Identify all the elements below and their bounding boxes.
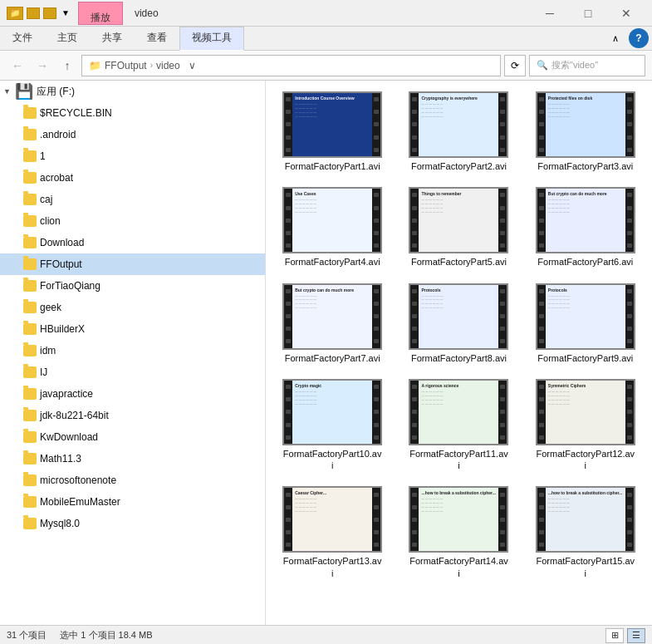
video-thumbnail-0: Introduction Course Overview — — — — — —… bbox=[282, 91, 382, 158]
tab-home[interactable]: 主页 bbox=[45, 27, 90, 50]
sidebar-item-12[interactable]: IJ bbox=[0, 361, 265, 383]
forward-button[interactable]: → bbox=[32, 55, 53, 76]
file-label-12: FormatFactoryPart13.avi bbox=[282, 555, 382, 579]
sidebar-item-0[interactable]: $RECYCLE.BIN bbox=[0, 102, 265, 124]
sidebar-item-2[interactable]: 1 bbox=[0, 145, 265, 167]
titlebar-chevron[interactable]: ▼ bbox=[60, 8, 71, 17]
sidebar-item-6[interactable]: Download bbox=[0, 232, 265, 253]
file-item-14[interactable]: ...how to break a substitution cipher...… bbox=[526, 482, 645, 583]
view-list-button[interactable]: ☰ bbox=[627, 628, 645, 643]
addressbar: ← → ↑ 📁 FFOutput › video ∨ ⟳ 🔍 搜索"video" bbox=[0, 51, 652, 81]
search-box[interactable]: 🔍 搜索"video" bbox=[529, 55, 645, 76]
ribbon-tabs: 文件 主页 共享 查看 视频工具 ∧ ? bbox=[0, 27, 652, 50]
sidebar-item-11[interactable]: idm bbox=[0, 340, 265, 361]
file-label-4: FormatFactoryPart5.avi bbox=[411, 256, 507, 268]
sidebar-item-9[interactable]: geek bbox=[0, 297, 265, 318]
sidebar-item-19[interactable]: Mysql8.0 bbox=[0, 513, 265, 534]
video-thumbnail-12: Caesar Cipher... — — — — — —— — — — — ——… bbox=[282, 486, 382, 553]
sidebar-drive-item[interactable]: ▼ 💾 应用 (F:) bbox=[0, 81, 265, 102]
sidebar-item-label: idm bbox=[40, 345, 56, 356]
tab-video-tools[interactable]: 视频工具 bbox=[179, 27, 244, 51]
film-strip-right bbox=[625, 381, 634, 444]
folder-icon bbox=[23, 410, 37, 421]
content-pane: Introduction Course Overview — — — — — —… bbox=[266, 81, 652, 625]
file-label-2: FormatFactoryPart3.avi bbox=[537, 160, 633, 172]
up-button[interactable]: ↑ bbox=[56, 55, 78, 76]
sidebar-item-3[interactable]: acrobat bbox=[0, 167, 265, 189]
tab-playing[interactable]: 播放 bbox=[78, 2, 123, 25]
file-item-3[interactable]: Use Cases — — — — — —— — — — — —— — — — … bbox=[272, 183, 392, 272]
sidebar-item-17[interactable]: microsoftonenote bbox=[0, 469, 265, 491]
file-item-11[interactable]: Symmetric Ciphers — — — — — —— — — — — —… bbox=[526, 375, 645, 476]
view-grid-button[interactable]: ⊞ bbox=[605, 628, 624, 643]
film-strip-left bbox=[284, 285, 292, 348]
sidebar-item-7[interactable]: FFOutput bbox=[0, 253, 265, 275]
minimize-button[interactable]: ─ bbox=[531, 1, 569, 26]
search-icon: 🔍 bbox=[537, 60, 548, 71]
sidebar-item-13[interactable]: javapractice bbox=[0, 383, 265, 405]
film-strip-left bbox=[410, 488, 419, 551]
film-strip-left bbox=[410, 285, 419, 348]
file-item-8[interactable]: Protocols — — — — — —— — — — — —— — — — … bbox=[526, 279, 645, 368]
video-thumbnail-6: But crypto can do much more — — — — — ——… bbox=[282, 283, 382, 350]
film-strip-right bbox=[372, 93, 380, 156]
folder-icon bbox=[23, 258, 37, 270]
file-item-1[interactable]: Cryptography is everywhere — — — — — —— … bbox=[399, 87, 518, 176]
file-item-4[interactable]: Things to remember — — — — — —— — — — — … bbox=[399, 183, 518, 272]
refresh-button[interactable]: ⟳ bbox=[504, 55, 526, 76]
status-count: 31 个项目 bbox=[7, 629, 47, 642]
titlebar-icons: 📁 ▼ bbox=[7, 7, 71, 20]
sidebar-item-4[interactable]: caj bbox=[0, 189, 265, 210]
file-item-0[interactable]: Introduction Course Overview — — — — — —… bbox=[272, 87, 392, 176]
film-strip-right bbox=[498, 488, 507, 551]
statusbar: 31 个项目 选中 1 个项目 18.4 MB ⊞ ☰ bbox=[0, 625, 652, 644]
file-item-9[interactable]: Crypto magic — — — — — —— — — — — —— — —… bbox=[272, 375, 392, 476]
sidebar-item-18[interactable]: MobileEmuMaster bbox=[0, 491, 265, 513]
film-strip-right bbox=[498, 381, 507, 444]
folder-icon bbox=[23, 194, 37, 205]
film-strip-left bbox=[410, 381, 419, 444]
ribbon-collapse-button[interactable]: ∧ bbox=[605, 27, 625, 50]
close-button[interactable]: ✕ bbox=[607, 1, 645, 26]
sidebar-item-14[interactable]: jdk-8u221-64bit bbox=[0, 405, 265, 426]
tab-share[interactable]: 共享 bbox=[90, 27, 135, 50]
film-strip-right bbox=[372, 285, 380, 348]
tab-view[interactable]: 查看 bbox=[135, 27, 179, 50]
sidebar-item-label: caj bbox=[40, 194, 52, 205]
sidebar-item-label: .android bbox=[40, 129, 76, 140]
sidebar-item-1[interactable]: .android bbox=[0, 124, 265, 145]
file-item-7[interactable]: Protocols — — — — — —— — — — — —— — — — … bbox=[399, 279, 518, 368]
video-thumbnail-7: Protocols — — — — — —— — — — — —— — — — … bbox=[409, 283, 508, 350]
file-item-6[interactable]: But crypto can do much more — — — — — ——… bbox=[272, 279, 392, 368]
file-item-13[interactable]: ...how to break a substitution cipher...… bbox=[399, 482, 518, 583]
file-label-11: FormatFactoryPart12.avi bbox=[536, 448, 635, 472]
back-button[interactable]: ← bbox=[7, 55, 28, 76]
file-item-12[interactable]: Caesar Cipher... — — — — — —— — — — — ——… bbox=[272, 482, 392, 583]
folder-icon bbox=[23, 496, 37, 508]
sidebar-item-5[interactable]: clion bbox=[0, 210, 265, 232]
help-button[interactable]: ? bbox=[629, 28, 649, 48]
sidebar-item-16[interactable]: Math11.3 bbox=[0, 448, 265, 469]
film-strip-right bbox=[498, 93, 507, 156]
tab-file[interactable]: 文件 bbox=[0, 27, 45, 50]
address-chevron[interactable]: ∨ bbox=[184, 60, 201, 71]
sidebar-item-label: jdk-8u221-64bit bbox=[40, 410, 109, 421]
address-box[interactable]: 📁 FFOutput › video ∨ bbox=[81, 55, 501, 76]
maximize-button[interactable]: □ bbox=[569, 1, 607, 26]
folder-icon bbox=[23, 302, 37, 313]
sidebar-item-label: HBuilderX bbox=[40, 323, 85, 335]
sidebar-item-8[interactable]: ForTiaoQiang bbox=[0, 275, 265, 297]
sidebar-item-10[interactable]: HBuilderX bbox=[0, 318, 265, 340]
folder-icon bbox=[23, 129, 37, 140]
folder-icon bbox=[23, 345, 37, 356]
sidebar-item-label: IJ bbox=[40, 366, 47, 378]
folder-icon bbox=[23, 237, 37, 248]
file-item-10[interactable]: A rigorous science — — — — — —— — — — — … bbox=[399, 375, 518, 476]
file-item-2[interactable]: Protected files on disk — — — — — —— — —… bbox=[526, 87, 645, 176]
film-strip-left bbox=[284, 488, 292, 551]
sidebar-item-15[interactable]: KwDownload bbox=[0, 426, 265, 448]
quick-access-icon1 bbox=[27, 7, 40, 19]
file-label-7: FormatFactoryPart8.avi bbox=[411, 352, 507, 364]
file-item-5[interactable]: But crypto can do much more — — — — — ——… bbox=[526, 183, 645, 272]
folder-icon bbox=[23, 107, 37, 119]
